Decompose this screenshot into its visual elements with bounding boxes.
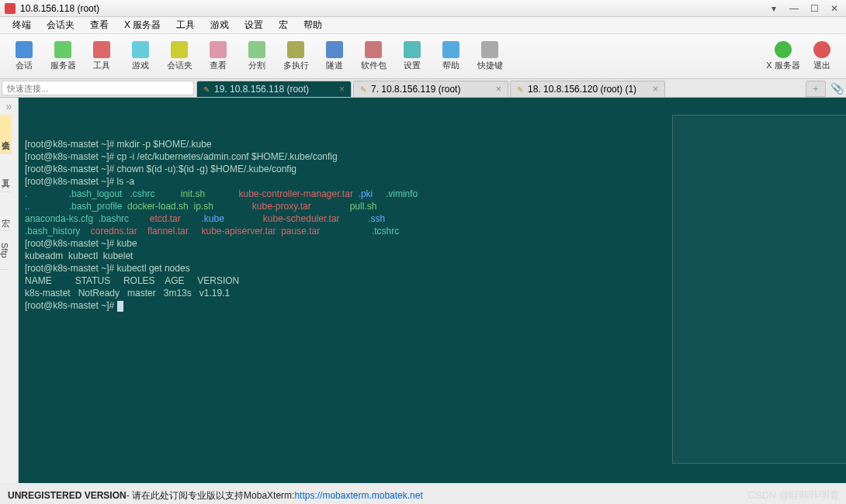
footer: UNREGISTERED VERSION - 请在此处订阅专业版以支持MobaX… [8,488,838,502]
tab-2[interactable]: ✎18. 10.8.156.120 (root) (1)× [510,81,665,97]
toolbar-多执行[interactable]: 多执行 [276,36,315,77]
menu-5[interactable]: 游戏 [204,17,235,33]
pen-icon: ✎ [203,85,210,94]
toolbar-label: 服务器 [50,60,76,71]
toolbar-icon [365,41,382,58]
tab-label: 19. 10.8.156.118 (root) [214,84,309,95]
window-buttons: ▾ — ☐ ✕ [767,3,841,14]
sidebar: » 会话夹工具宏Sftp [0,98,19,483]
toolbar-查看[interactable]: 查看 [199,36,238,77]
background-window-ghost [672,115,846,464]
toolbar-退出[interactable]: 退出 [803,36,841,77]
tab-label: 7. 10.8.156.119 (root) [371,84,460,95]
sidebar-Sftp[interactable]: Sftp [0,231,9,270]
tab-close-icon[interactable]: × [653,84,658,95]
toolbar-游戏[interactable]: 游戏 [121,36,160,77]
add-tab-button[interactable]: ＋ [806,81,826,97]
menu-7[interactable]: 宏 [272,17,294,33]
footer-text: - 请在此处订阅专业版以支持MobaXterm: [127,489,295,502]
toolbar-label: 会话夹 [167,60,192,71]
maximize-button[interactable]: ☐ [807,3,821,14]
menu-3[interactable]: X 服务器 [118,17,167,33]
window-title: 10.8.156.118 (root) [20,3,99,14]
toolbar-icon [54,41,71,58]
toolbar-icon [171,41,188,58]
tab-1[interactable]: ✎7. 10.8.156.119 (root)× [353,81,508,97]
sidebar-宏[interactable]: 宏 [0,192,12,231]
toolbar-icon [481,41,498,58]
sidebar-工具[interactable]: 工具 [0,154,12,192]
toolbar-快捷键[interactable]: 快捷键 [470,36,509,77]
toolbar-icon [404,41,421,58]
toolbar-会话夹[interactable]: 会话夹 [160,36,199,77]
toolbar-icon [442,41,459,58]
tab-label: 18. 10.8.156.120 (root) (1) [528,84,636,95]
toolbar-帮助[interactable]: 帮助 [432,36,470,77]
main-area: » 会话夹工具宏Sftp [root@k8s-mastet ~]# mkdir … [0,98,846,483]
toolbar-label: 分割 [248,60,265,71]
toolbar-X 服务器[interactable]: X 服务器 [764,36,803,77]
close-button[interactable]: ✕ [827,3,841,14]
tab-close-icon[interactable]: × [496,84,501,95]
titlebar: 10.8.156.118 (root) ▾ — ☐ ✕ [0,0,846,17]
quick-connect-input[interactable] [2,81,194,95]
sidebar-会话夹[interactable]: 会话夹 [0,115,12,154]
toolbar-设置[interactable]: 设置 [393,36,432,77]
toolbar-label: 设置 [404,60,421,71]
toolbar-icon [326,41,343,58]
menu-1[interactable]: 会话夹 [40,17,81,33]
toolbar-icon [16,41,33,58]
tab-close-icon[interactable]: × [339,84,345,95]
toolbar-icon [210,41,227,58]
toolbar-icon [132,41,149,58]
menu-2[interactable]: 查看 [84,17,115,33]
menu-4[interactable]: 工具 [170,17,201,33]
footer-link[interactable]: https://mobaxterm.mobatek.net [294,490,422,501]
menu-8[interactable]: 帮助 [297,17,328,33]
toolbar-label: 游戏 [132,60,149,71]
toolbar-label: 工具 [93,60,110,71]
toolbar-icon [93,41,110,58]
watermark: CSDN @哇咔咔明青 [747,488,840,502]
toolbar-label: 软件包 [361,60,387,71]
tabbar: ✎19. 10.8.156.118 (root)×✎7. 10.8.156.11… [0,79,846,98]
toolbar-分割[interactable]: 分割 [238,36,276,77]
toolbar-软件包[interactable]: 软件包 [354,36,393,77]
settings-caret-icon[interactable]: ▾ [767,3,781,14]
toolbar-label: 会话 [16,60,33,71]
tab-0[interactable]: ✎19. 10.8.156.118 (root)× [196,81,352,97]
menu-0[interactable]: 终端 [6,17,37,33]
toolbar-label: 查看 [210,60,227,71]
menu-6[interactable]: 设置 [238,17,269,33]
toolbar-icon [287,41,304,58]
sidebar-collapse-icon[interactable]: » [0,98,18,115]
pen-icon: ✎ [360,85,366,94]
toolbar-label: 快捷键 [477,60,503,71]
toolbar-label: 帮助 [442,60,459,71]
pen-icon: ✎ [517,85,523,94]
unregistered-label: UNREGISTERED VERSION [8,490,127,501]
menubar: 终端会话夹查看X 服务器工具游戏设置宏帮助 [0,17,846,34]
minimize-button[interactable]: — [787,3,801,14]
toolbar-工具[interactable]: 工具 [82,36,121,77]
toolbar-label: 多执行 [283,60,309,71]
toolbar-icon [248,41,265,58]
app-icon [5,3,16,14]
toolbar-服务器[interactable]: 服务器 [43,36,82,77]
toolbar: 会话服务器工具游戏会话夹查看分割多执行隧道软件包设置帮助快捷键X 服务器退出 [0,34,846,79]
toolbar-label: 隧道 [326,60,343,71]
toolbar-隧道[interactable]: 隧道 [315,36,354,77]
terminal[interactable]: [root@k8s-mastet ~]# mkdir -p $HOME/.kub… [19,98,846,483]
paperclip-icon[interactable]: 📎 [827,79,846,97]
toolbar-会话[interactable]: 会话 [5,36,43,77]
